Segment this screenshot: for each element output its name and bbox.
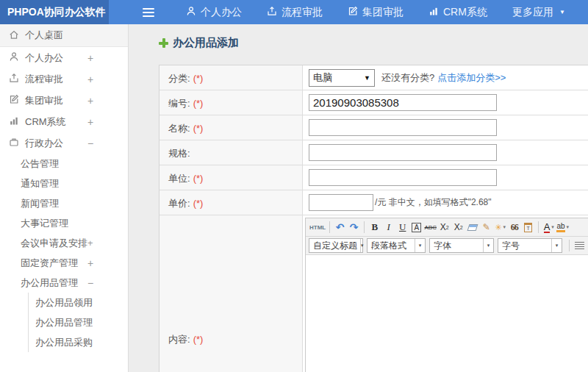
field-label: 规格:	[168, 148, 190, 159]
collapse-icon: −	[87, 277, 93, 289]
name-input[interactable]	[309, 119, 497, 136]
sidebar-item-group-approval[interactable]: 集团审批 +	[0, 90, 128, 111]
eraser-icon[interactable]	[466, 221, 478, 235]
expand-icon: +	[87, 116, 93, 128]
nav-item-more-apps[interactable]: 更多应用 ▼	[500, 0, 578, 24]
field-label: 内容:	[168, 334, 190, 345]
form-row-content: 内容:(*) HTML ↶ ↷ B I U A ABC X2	[159, 215, 588, 372]
category-hint: 还没有分类?	[381, 71, 434, 85]
edit-icon	[348, 6, 358, 18]
briefcase-icon	[9, 137, 25, 149]
strikethrough-button[interactable]: ABC	[424, 221, 437, 235]
sidebar: 个人桌面 个人办公 + 流程审批 + 集团审批 + CRM系统 + 行政办公 −	[0, 24, 129, 372]
field-label: 单价:	[168, 198, 190, 209]
underline-button[interactable]: U	[396, 221, 409, 235]
expand-icon: +	[87, 52, 93, 64]
sidebar-subitem-announcement-mgmt[interactable]: 公告管理	[0, 154, 128, 174]
sidebar-subitem-events-mgmt[interactable]: 大事记管理	[0, 213, 128, 233]
field-label: 名称:	[168, 123, 190, 134]
editor-content-area[interactable]	[306, 255, 588, 372]
sidebar-subitem-meeting-mgmt[interactable]: 会议申请及安排 +	[0, 233, 128, 253]
form-row-price: 单价:(*) /元 非中文，如填写格式"2.68"	[159, 190, 588, 215]
redo-icon[interactable]: ↷	[348, 221, 360, 235]
unit-input[interactable]	[309, 169, 497, 186]
page-title: 办公用品添加	[159, 36, 239, 50]
bar-chart-icon	[429, 6, 439, 18]
nav-item-label: 流程审批	[282, 6, 323, 19]
nav-item-label: CRM系统	[443, 6, 487, 19]
char-border-button[interactable]: A	[410, 221, 423, 235]
add-category-link[interactable]: 点击添加分类>>	[437, 71, 506, 85]
align-left-icon[interactable]	[573, 239, 586, 253]
superscript-button[interactable]: X2	[438, 221, 451, 235]
nav-item-crm[interactable]: CRM系统	[416, 0, 500, 24]
required-marker: (*)	[193, 123, 204, 134]
sidebar-leaf-group: 办公用品领用 办公用品管理 办公用品采购	[28, 293, 128, 352]
html-source-button[interactable]: HTML	[309, 221, 326, 235]
nav-item-personal-office[interactable]: 个人办公	[173, 0, 254, 24]
editor-toolbar-row1: HTML ↶ ↷ B I U A ABC X2 X2 ✎	[306, 218, 588, 237]
blockquote-button[interactable]: 66	[508, 221, 520, 235]
caret-down-icon: ▾	[551, 224, 554, 230]
bar-chart-icon	[9, 115, 25, 128]
nav-item-label: 个人办公	[201, 6, 242, 19]
sidebar-item-personal-desktop[interactable]: 个人桌面	[0, 24, 128, 47]
italic-button[interactable]: I	[382, 221, 395, 235]
caret-down-icon: ▾	[551, 239, 562, 252]
home-icon	[9, 29, 25, 42]
form-row-code: 编号:(*)	[159, 90, 588, 115]
caret-down-icon: ▼	[559, 9, 565, 15]
custom-title-dropdown[interactable]: 自定义标题 ▾	[309, 238, 363, 253]
user-icon	[9, 51, 25, 64]
nav-item-label: 更多应用	[512, 6, 553, 19]
format-brush-icon[interactable]: ✎	[480, 221, 492, 235]
sidebar-item-personal-office[interactable]: 个人办公 +	[0, 47, 128, 68]
category-select[interactable]: 电脑 ▼	[309, 69, 375, 87]
top-nav: 个人办公 流程审批 集团审批 CRM系统 更多应用 ▼	[173, 0, 578, 24]
sidebar-leaf-supplies-purchase[interactable]: 办公用品采购	[29, 332, 128, 352]
add-plus-icon	[159, 38, 168, 48]
bold-button[interactable]: B	[368, 221, 381, 235]
spec-input[interactable]	[309, 144, 497, 161]
price-input[interactable]	[309, 194, 373, 211]
nav-item-workflow-approval[interactable]: 流程审批	[254, 0, 335, 24]
font-size-dropdown[interactable]: 字号 ▾	[498, 238, 562, 253]
sidebar-subitem-fixed-assets-mgmt[interactable]: 固定资产管理 +	[0, 253, 128, 273]
caret-down-icon: ▾	[415, 239, 425, 252]
subscript-button[interactable]: X2	[452, 221, 465, 235]
sidebar-item-workflow-approval[interactable]: 流程审批 +	[0, 68, 128, 90]
sidebar-leaf-supplies-management[interactable]: 办公用品管理	[29, 312, 128, 332]
caret-down-icon: ▾	[360, 239, 364, 252]
paste-icon[interactable]: T	[522, 221, 534, 235]
form-row-category: 分类:(*) 电脑 ▼ 还没有分类? 点击添加分类>>	[159, 65, 588, 90]
highlight-color-button[interactable]: ab▾	[556, 221, 569, 235]
expand-icon: +	[87, 237, 93, 248]
upload-icon	[267, 6, 277, 18]
editor-toolbar-row2: 自定义标题 ▾ 段落格式 ▾ 字体 ▾ 字号 ▾	[306, 237, 588, 255]
collapse-icon: −	[87, 137, 93, 149]
price-format-hint: /元 非中文，如填写格式"2.68"	[375, 196, 492, 209]
undo-icon[interactable]: ↶	[334, 221, 346, 235]
font-family-dropdown[interactable]: 字体 ▾	[429, 238, 494, 253]
hamburger-menu-icon[interactable]	[143, 8, 154, 17]
app-logo: PHPOA协同办公软件	[0, 0, 109, 24]
caret-down-icon: ▾	[567, 224, 570, 230]
caret-down-icon: ▾	[503, 224, 506, 230]
auto-typeset-button[interactable]: ✳▾	[494, 221, 506, 235]
nav-item-group-approval[interactable]: 集团审批	[335, 0, 416, 24]
font-color-button[interactable]: A▾	[542, 221, 555, 235]
field-label: 分类:	[168, 73, 190, 84]
sidebar-leaf-supplies-requisition[interactable]: 办公用品领用	[29, 293, 128, 312]
code-input[interactable]	[309, 94, 497, 111]
sidebar-subitem-office-supplies-mgmt[interactable]: 办公用品管理 −	[0, 273, 128, 293]
sidebar-subitem-notice-mgmt[interactable]: 通知管理	[0, 174, 128, 193]
field-label: 编号:	[168, 98, 190, 109]
required-marker: (*)	[193, 173, 204, 184]
sidebar-item-admin-office[interactable]: 行政办公 −	[0, 132, 128, 154]
form-row-unit: 单位:(*)	[159, 165, 588, 190]
sidebar-subitem-news-mgmt[interactable]: 新闻管理	[0, 193, 128, 213]
form-row-name: 名称:(*)	[159, 115, 588, 140]
paragraph-format-dropdown[interactable]: 段落格式 ▾	[367, 238, 426, 253]
sidebar-item-crm[interactable]: CRM系统 +	[0, 111, 128, 132]
required-marker: (*)	[193, 198, 204, 209]
